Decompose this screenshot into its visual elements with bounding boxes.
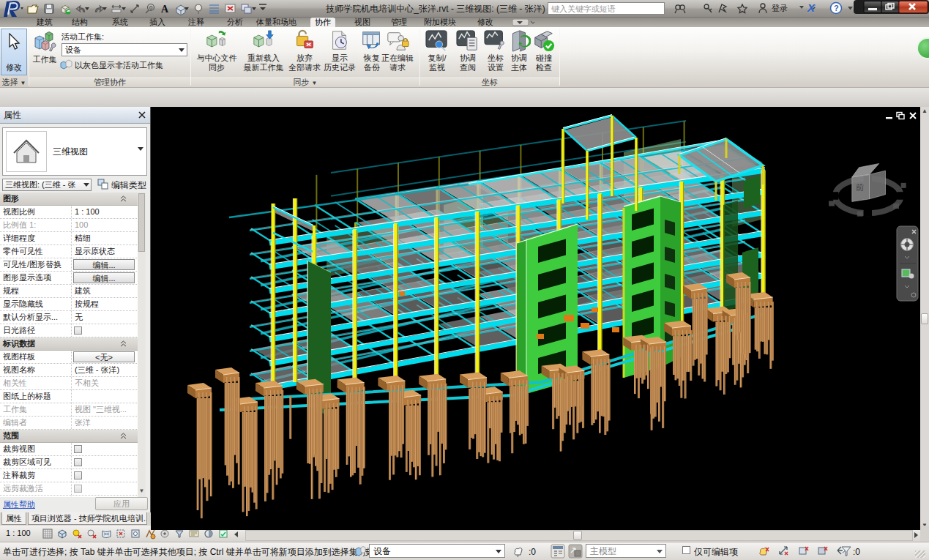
svg-text:登录: 登录 — [772, 4, 788, 12]
svg-text:0: 0 — [149, 4, 153, 11]
svg-text::0: :0 — [529, 547, 536, 557]
svg-text::0: :0 — [853, 547, 860, 557]
svg-text:A: A — [161, 4, 169, 15]
svg-text:前: 前 — [856, 183, 864, 192]
svg-text:?: ? — [834, 4, 839, 12]
